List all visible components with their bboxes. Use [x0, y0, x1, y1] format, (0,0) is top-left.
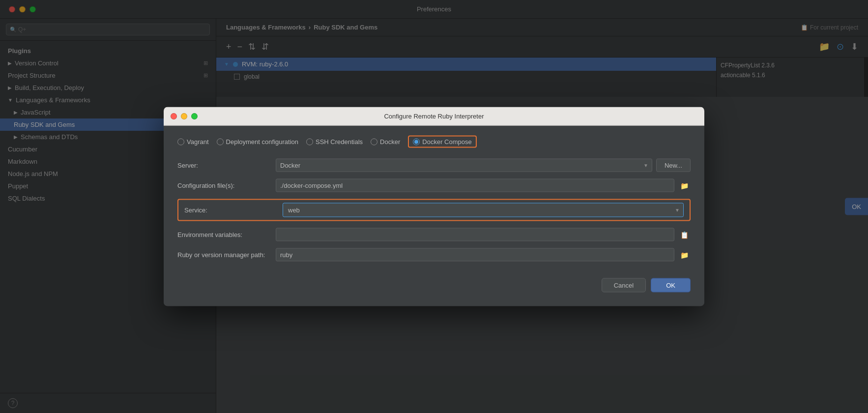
ruby-path-browse-button[interactable]: 📁: [678, 249, 691, 261]
radio-dot-docker-compose: [414, 140, 418, 144]
new-button[interactable]: New...: [656, 159, 691, 172]
dialog-title-bar: Configure Remote Ruby Interpreter: [164, 107, 704, 126]
radio-circle-docker-compose: [413, 138, 420, 145]
service-select[interactable]: web: [283, 203, 684, 217]
config-files-input[interactable]: [276, 179, 674, 192]
config-files-field: 📁: [276, 179, 691, 192]
dialog-body: Vagrant Deployment configuration SSH Cre…: [164, 126, 704, 306]
server-field: Docker ▼ New...: [276, 159, 691, 172]
radio-circle-vagrant: [177, 138, 184, 145]
server-label: Server:: [177, 162, 276, 169]
server-select[interactable]: Docker: [276, 159, 652, 172]
radio-circle-deployment: [217, 138, 224, 145]
config-files-label: Configuration file(s):: [177, 182, 276, 189]
env-vars-label: Environment variables:: [177, 231, 276, 238]
preferences-window: Preferences 🔍 Plugins ▶ Version Control …: [0, 0, 868, 413]
radio-docker-label: Docker: [380, 138, 400, 146]
radio-circle-docker: [371, 138, 377, 145]
server-select-wrapper: Docker ▼: [276, 159, 652, 172]
radio-docker-compose[interactable]: Docker Compose: [408, 136, 476, 148]
cancel-button[interactable]: Cancel: [602, 278, 646, 293]
radio-docker-compose-label: Docker Compose: [422, 138, 471, 146]
env-vars-field: 📋: [276, 228, 691, 241]
radio-deployment-label: Deployment configuration: [226, 138, 298, 146]
radio-docker[interactable]: Docker: [371, 138, 400, 146]
env-vars-row: Environment variables: 📋: [177, 228, 691, 241]
dialog-title-bar-buttons: [171, 113, 198, 119]
radio-vagrant-label: Vagrant: [187, 138, 209, 146]
service-select-wrapper: web ▼: [283, 203, 684, 217]
dialog-footer: Cancel OK: [177, 268, 691, 293]
radio-row: Vagrant Deployment configuration SSH Cre…: [177, 136, 691, 148]
radio-ssh-label: SSH Credentials: [316, 138, 363, 146]
dialog-minimize-button[interactable]: [181, 113, 187, 119]
service-row: Service: web ▼: [177, 199, 691, 221]
config-files-row: Configuration file(s): 📁: [177, 179, 691, 192]
env-vars-input[interactable]: [276, 228, 674, 241]
radio-ssh-credentials[interactable]: SSH Credentials: [306, 138, 363, 146]
env-vars-browse-button[interactable]: 📋: [678, 229, 691, 240]
dialog-title: Configure Remote Ruby Interpreter: [384, 113, 484, 120]
service-inner: Service: web ▼: [184, 203, 684, 217]
ruby-path-label: Ruby or version manager path:: [177, 251, 276, 259]
configure-interpreter-dialog: Configure Remote Ruby Interpreter Vagran…: [164, 107, 704, 306]
server-row: Server: Docker ▼ New...: [177, 159, 691, 172]
radio-circle-ssh: [306, 138, 313, 145]
ruby-path-input[interactable]: [276, 248, 674, 262]
ruby-path-row: Ruby or version manager path: 📁: [177, 248, 691, 262]
config-browse-button[interactable]: 📁: [678, 179, 691, 191]
radio-vagrant[interactable]: Vagrant: [177, 138, 209, 146]
ruby-path-field: 📁: [276, 248, 691, 262]
service-label: Service:: [184, 206, 283, 214]
dialog-maximize-button[interactable]: [191, 113, 198, 119]
dialog-close-button[interactable]: [171, 113, 177, 119]
ok-button[interactable]: OK: [651, 278, 691, 293]
radio-deployment-config[interactable]: Deployment configuration: [217, 138, 298, 146]
